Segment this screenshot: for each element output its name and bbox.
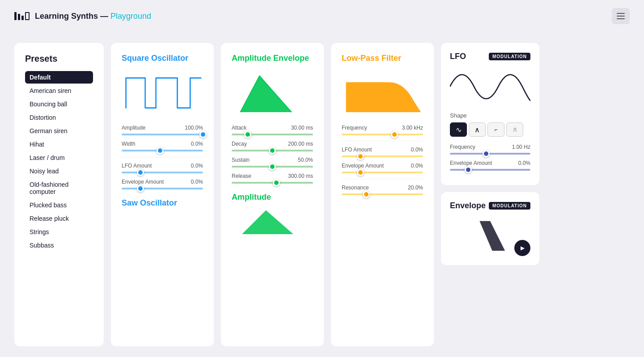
preset-item-bouncing-ball[interactable]: Bouncing ball bbox=[25, 98, 93, 110]
shape-label: Shape bbox=[450, 112, 530, 119]
envelope-amount-thumb[interactable] bbox=[137, 185, 144, 192]
filter-envelope-amount-value: 0.0% bbox=[411, 163, 423, 169]
lfo-frequency-track[interactable] bbox=[450, 153, 530, 155]
width-label: Width bbox=[122, 141, 136, 147]
decay-label: Decay bbox=[232, 141, 247, 147]
sustain-thumb[interactable] bbox=[269, 163, 276, 170]
shape-triangle-btn[interactable]: ∧ bbox=[469, 122, 486, 137]
amplitude-track[interactable] bbox=[122, 134, 203, 135]
square-oscillator-panel: Square Oscillator Amplitude 100.0% bbox=[111, 43, 214, 346]
menu-button[interactable] bbox=[612, 8, 630, 24]
square-oscillator-title: Square Oscillator bbox=[122, 54, 203, 63]
envelope-amount-label-row: Envelope Amount 0.0% bbox=[122, 179, 203, 185]
svg-marker-1 bbox=[236, 210, 301, 234]
preset-item-noisy-lead[interactable]: Noisy lead bbox=[25, 165, 93, 177]
lfo-envelope-amount-track[interactable] bbox=[450, 169, 530, 171]
preset-item-old-fashioned-computer[interactable]: Old-fashioned computer bbox=[25, 178, 93, 198]
svg-marker-2 bbox=[479, 221, 505, 251]
preset-item-distortion[interactable]: Distortion bbox=[25, 111, 93, 124]
preset-item-american-siren[interactable]: American siren bbox=[25, 84, 93, 97]
lfo-modulation-badge: MODULATION bbox=[489, 53, 530, 60]
resonance-label-row: Resonance 20.0% bbox=[342, 185, 423, 191]
play-button[interactable]: ▶ bbox=[514, 240, 530, 256]
filter-lfo-track[interactable] bbox=[342, 155, 423, 157]
lfo-amount-slider-group: LFO Amount 0.0% bbox=[122, 163, 203, 173]
amplitude-envelope-panel: Amplitude Envelope Attack 30.00 ms bbox=[221, 43, 324, 346]
square-wave-display bbox=[122, 68, 203, 118]
release-track[interactable] bbox=[232, 182, 313, 184]
lfo-header: LFO MODULATION bbox=[450, 52, 530, 61]
amplitude-thumb[interactable] bbox=[199, 131, 207, 138]
preset-item-plucked-bass[interactable]: Plucked bass bbox=[25, 199, 93, 211]
resonance-thumb[interactable] bbox=[363, 191, 370, 198]
lfo-envelope-amount-label-row: Envelope Amount 0.0% bbox=[450, 160, 530, 166]
decay-slider-group: Decay 200.00 ms bbox=[232, 141, 313, 151]
shape-sawtooth-btn[interactable]: ⌐ bbox=[487, 122, 504, 137]
lfo-amount-label-row: LFO Amount 0.0% bbox=[122, 163, 203, 169]
width-slider-group: Width 0.0% bbox=[122, 141, 203, 151]
filter-envelope-amount-slider-group: Envelope Amount 0.0% bbox=[342, 163, 423, 173]
filter-envelope-track[interactable] bbox=[342, 172, 423, 173]
main-content: Presets DefaultAmerican sirenBouncing ba… bbox=[0, 32, 644, 357]
filter-lfo-thumb[interactable] bbox=[357, 153, 364, 160]
logo-bar-2 bbox=[18, 14, 20, 20]
right-column: LFO MODULATION Shape ∿ ∧ ⌐ ⎍ bbox=[441, 43, 539, 346]
width-value: 0.0% bbox=[191, 141, 203, 147]
saw-oscillator-title: Saw Oscillator bbox=[122, 198, 203, 208]
shape-square-btn[interactable]: ⎍ bbox=[506, 122, 523, 137]
envelope-title: Envelope bbox=[450, 201, 486, 210]
hamburger-line-3 bbox=[617, 18, 625, 19]
envelope-amount-track[interactable] bbox=[122, 188, 203, 189]
attack-label: Attack bbox=[232, 125, 246, 131]
width-thumb[interactable] bbox=[157, 147, 164, 154]
playground-label: Playground bbox=[110, 12, 151, 21]
preset-item-laser-/-drum[interactable]: Laser / drum bbox=[25, 151, 93, 164]
lfo-amount-thumb[interactable] bbox=[137, 169, 144, 176]
filter-frequency-slider-group: Frequency 3.00 kHz bbox=[342, 125, 423, 135]
low-pass-filter-title: Low-Pass Filter bbox=[342, 54, 423, 63]
preset-item-default[interactable]: Default bbox=[25, 71, 93, 84]
envelope-viz: ▶ bbox=[450, 216, 530, 256]
preset-item-german-siren[interactable]: German siren bbox=[25, 125, 93, 137]
sustain-slider-group: Sustain 50.0% bbox=[232, 157, 313, 168]
lfo-frequency-slider-group: Frequency 1.00 Hz bbox=[450, 144, 530, 155]
width-track[interactable] bbox=[122, 150, 203, 151]
amplitude-label: Amplitude bbox=[122, 125, 145, 131]
filter-lfo-amount-label: LFO Amount bbox=[342, 147, 372, 153]
attack-track[interactable] bbox=[232, 134, 313, 135]
filter-frequency-value: 3.00 kHz bbox=[402, 125, 423, 131]
envelope-panel: Envelope MODULATION ▶ bbox=[441, 192, 539, 265]
decay-track[interactable] bbox=[232, 150, 313, 151]
filter-frequency-label: Frequency bbox=[342, 125, 367, 131]
presets-title: Presets bbox=[25, 54, 93, 64]
decay-value: 200.00 ms bbox=[288, 141, 313, 147]
filter-divider-2 bbox=[342, 179, 423, 179]
preset-item-strings[interactable]: Strings bbox=[25, 226, 93, 238]
release-thumb[interactable] bbox=[273, 179, 280, 186]
attack-thumb[interactable] bbox=[244, 131, 251, 138]
lfo-frequency-thumb[interactable] bbox=[483, 150, 490, 157]
presets-panel: Presets DefaultAmerican sirenBouncing ba… bbox=[14, 43, 104, 346]
filter-lfo-amount-value: 0.0% bbox=[411, 147, 423, 153]
play-icon: ▶ bbox=[521, 245, 525, 251]
release-value: 300.00 ms bbox=[288, 173, 313, 179]
app-title: Learning Synths — Playground bbox=[35, 12, 151, 21]
logo-icon bbox=[14, 12, 30, 20]
lfo-amount-track[interactable] bbox=[122, 172, 203, 173]
filter-frequency-thumb[interactable] bbox=[391, 131, 398, 138]
lfo-envelope-amount-label: Envelope Amount bbox=[450, 160, 492, 166]
filter-frequency-track[interactable] bbox=[342, 134, 423, 135]
sustain-track[interactable] bbox=[232, 166, 313, 168]
release-label-row: Release 300.00 ms bbox=[232, 173, 313, 179]
shape-sine-btn[interactable]: ∿ bbox=[450, 122, 467, 137]
preset-item-subbass[interactable]: Subbass bbox=[25, 239, 93, 252]
preset-item-hihat[interactable]: Hihat bbox=[25, 138, 93, 151]
preset-item-release-pluck[interactable]: Release pluck bbox=[25, 212, 93, 225]
resonance-track[interactable] bbox=[342, 193, 423, 195]
envelope-wave-display bbox=[232, 68, 313, 118]
svg-marker-0 bbox=[240, 76, 292, 112]
lfo-envelope-amount-thumb[interactable] bbox=[465, 166, 472, 173]
lfo-amount-value: 0.0% bbox=[191, 163, 203, 169]
decay-thumb[interactable] bbox=[269, 147, 276, 154]
filter-envelope-thumb[interactable] bbox=[357, 169, 364, 176]
